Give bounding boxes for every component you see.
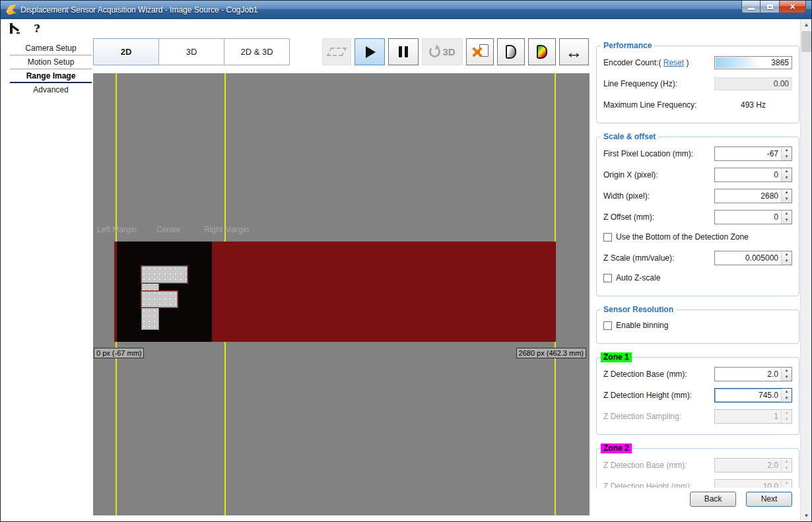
next-button[interactable]: Next — [746, 492, 792, 507]
scrollbar-thumb[interactable] — [801, 31, 811, 52]
scrollbar-down-button[interactable]: ▼ — [801, 510, 812, 521]
origin-x-input[interactable]: 0 ▲▼ — [714, 168, 792, 182]
maximize-button[interactable] — [761, 1, 780, 13]
z-scale-row: Z Scale (mm/value): 0.005000 ▲▼ — [603, 251, 792, 265]
spin-down-icon[interactable]: ▼ — [782, 217, 792, 224]
measure-tool-button[interactable] — [7, 21, 22, 36]
spinner-buttons: ▲▼ — [781, 211, 792, 224]
encoder-count-label: Encoder Count:( Reset ) — [603, 58, 689, 67]
zone1-height-input[interactable]: 745.0 ▲▼ — [714, 388, 792, 403]
line-frequency-label: Line Frequency (Hz): — [603, 79, 677, 88]
spin-down-icon[interactable]: ▼ — [782, 196, 792, 203]
use-bottom-checkbox-label: Use the Bottom of the Detection Zone — [616, 232, 749, 242]
spin-up-icon: ▲ — [782, 410, 792, 416]
first-pixel-location-label: First Pixel Location (mm): — [603, 149, 693, 158]
spinner-buttons: ▲▼ — [781, 251, 792, 265]
play-button[interactable] — [355, 38, 385, 65]
horizontal-arrows-icon: ↔ — [566, 46, 583, 59]
spin-down-icon[interactable]: ▼ — [782, 258, 792, 265]
tab-3d[interactable]: 3D — [158, 38, 224, 65]
zone2-group: Zone 2 Z Detection Base (mm): 2.0 ▲▼ Z D… — [596, 448, 799, 488]
sidebar-item-motion-setup[interactable]: Motion Setup — [10, 55, 92, 69]
minimize-button[interactable] — [741, 1, 761, 13]
z-offset-input[interactable]: 0 ▲▼ — [714, 210, 792, 224]
z-offset-value: 0 — [715, 211, 781, 224]
play-icon — [366, 46, 376, 58]
encoder-count-value: 3865 — [771, 57, 789, 69]
title-bar[interactable]: Displacement Sensor Acquisition Wizard -… — [1, 1, 811, 19]
zone1-title: Zone 1 — [601, 352, 632, 362]
zone1-sampling-label: Z Detection Sampling: — [603, 412, 681, 421]
checkbox-box[interactable] — [603, 233, 612, 242]
color-page-icon — [537, 45, 547, 59]
chevron-up-icon: ▲ — [804, 22, 809, 28]
vertical-scrollbar[interactable]: ▲ ▼ — [800, 19, 811, 521]
zone2-height-label: Z Detection Height (mm): — [603, 482, 692, 488]
z-scale-input[interactable]: 0.005000 ▲▼ — [714, 251, 792, 265]
sidebar-toolbar: ? — [7, 21, 44, 36]
fit-width-button[interactable]: ↔ — [559, 38, 589, 65]
zone1-base-input[interactable]: 2.0 ▲▼ — [714, 367, 792, 381]
close-button[interactable]: × — [780, 1, 806, 13]
window-controls: × — [741, 1, 806, 13]
first-pixel-location-row: First Pixel Location (mm): -67 ▲▼ — [603, 147, 792, 161]
range-image-canvas[interactable]: Left Margin Center Right Margin 0 px (-6… — [93, 73, 590, 515]
checkbox-box[interactable] — [603, 321, 612, 330]
zone1-base-label: Z Detection Base (mm): — [603, 370, 687, 379]
auto-zscale-checkbox[interactable]: Auto Z-scale — [603, 272, 792, 284]
spin-up-icon[interactable]: ▲ — [782, 368, 792, 374]
spin-up-icon[interactable]: ▲ — [782, 251, 792, 258]
spin-down-icon[interactable]: ▼ — [782, 395, 792, 402]
sidebar-item-advanced[interactable]: Advanced — [10, 83, 92, 97]
close-icon: × — [790, 2, 795, 11]
zone2-base-value: 2.0 — [715, 459, 781, 472]
checkbox-box[interactable] — [603, 274, 612, 282]
spin-up-icon[interactable]: ▲ — [782, 389, 792, 395]
encoder-label-prefix: Encoder Count:( — [603, 58, 661, 67]
first-pixel-location-input[interactable]: -67 ▲▼ — [714, 147, 792, 161]
right-margin-label: Right Margin — [204, 225, 249, 234]
use-bottom-checkbox[interactable]: Use the Bottom of the Detection Zone — [603, 231, 792, 243]
zone1-base-value: 2.0 — [715, 368, 781, 381]
spin-down-icon[interactable]: ▼ — [782, 154, 792, 160]
encoder-reset-link[interactable]: Reset — [663, 58, 684, 67]
spin-up-icon[interactable]: ▲ — [782, 147, 792, 154]
spin-down-icon[interactable]: ▼ — [782, 374, 792, 381]
enable-binning-checkbox[interactable]: Enable binning — [603, 319, 792, 331]
spinner-buttons: ▲▼ — [781, 459, 792, 472]
sidebar-item-range-image[interactable]: Range Image — [10, 69, 92, 83]
tab-2d-3d[interactable]: 2D & 3D — [224, 38, 290, 65]
origin-x-value: 0 — [715, 168, 781, 181]
refresh-3d-button: 3D — [422, 38, 463, 65]
scrollbar-up-button[interactable]: ▲ — [801, 19, 812, 30]
width-value: 2680 — [715, 189, 781, 203]
back-button[interactable]: Back — [690, 492, 736, 507]
zone1-base-row: Z Detection Base (mm): 2.0 ▲▼ — [603, 367, 792, 381]
spin-up-icon: ▲ — [782, 480, 792, 486]
zone2-base-row: Z Detection Base (mm): 2.0 ▲▼ — [603, 458, 792, 473]
acquisition-toolbar: 3D ↔ — [322, 38, 592, 65]
encoder-label-suffix: ) — [684, 58, 689, 67]
zone2-base-label: Z Detection Base (mm): — [603, 461, 687, 470]
spin-down-icon[interactable]: ▼ — [782, 175, 792, 181]
performance-title: Performance — [601, 41, 654, 51]
color-view-button[interactable] — [528, 38, 556, 65]
dashed-parallelogram-icon — [327, 48, 347, 56]
line-frequency-row: Line Frequency (Hz): 0.00 — [603, 77, 792, 91]
z-scale-label: Z Scale (mm/value): — [603, 253, 674, 263]
performance-group: Performance Encoder Count:( Reset ) 3865… — [596, 46, 799, 123]
window-title: Displacement Sensor Acquisition Wizard -… — [20, 5, 258, 15]
tab-2d[interactable]: 2D — [93, 38, 159, 65]
spin-up-icon[interactable]: ▲ — [782, 168, 792, 175]
auto-zscale-checkbox-label: Auto Z-scale — [616, 273, 660, 282]
help-button[interactable]: ? — [30, 21, 44, 36]
pause-button[interactable] — [388, 38, 419, 65]
sensor-resolution-group: Sensor Resolution Enable binning — [596, 310, 799, 344]
spinner-buttons: ▲▼ — [781, 368, 792, 381]
spin-up-icon[interactable]: ▲ — [782, 211, 792, 217]
grayscale-view-button[interactable] — [497, 38, 525, 65]
width-input[interactable]: 2680 ▲▼ — [714, 189, 792, 203]
spin-up-icon[interactable]: ▲ — [782, 189, 792, 196]
sidebar-item-camera-setup[interactable]: Camera Setup — [10, 42, 92, 55]
clear-image-button[interactable] — [466, 38, 494, 65]
